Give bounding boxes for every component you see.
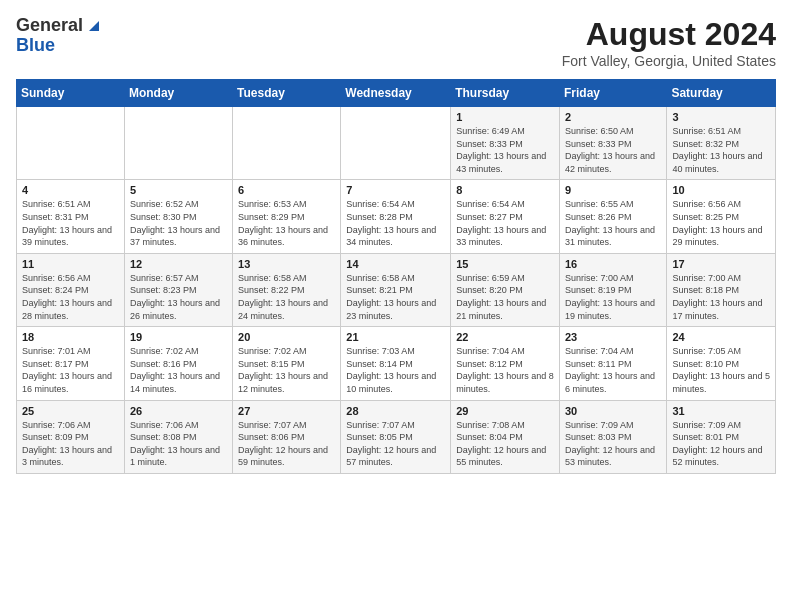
- header-monday: Monday: [124, 80, 232, 107]
- calendar-cell: 4 Sunrise: 6:51 AM Sunset: 8:31 PM Dayli…: [17, 180, 125, 253]
- day-sunset: Sunset: 8:10 PM: [672, 358, 770, 371]
- calendar-table: Sunday Monday Tuesday Wednesday Thursday…: [16, 79, 776, 474]
- day-sunset: Sunset: 8:21 PM: [346, 284, 445, 297]
- calendar-week-row: 11 Sunrise: 6:56 AM Sunset: 8:24 PM Dayl…: [17, 253, 776, 326]
- header-friday: Friday: [559, 80, 666, 107]
- calendar-cell: [124, 107, 232, 180]
- day-number: 26: [130, 405, 227, 417]
- day-sunset: Sunset: 8:14 PM: [346, 358, 445, 371]
- day-number: 28: [346, 405, 445, 417]
- day-number: 21: [346, 331, 445, 343]
- day-sunset: Sunset: 8:30 PM: [130, 211, 227, 224]
- calendar-cell: 18 Sunrise: 7:01 AM Sunset: 8:17 PM Dayl…: [17, 327, 125, 400]
- day-sunrise: Sunrise: 6:54 AM: [346, 198, 445, 211]
- calendar-cell: 1 Sunrise: 6:49 AM Sunset: 8:33 PM Dayli…: [451, 107, 560, 180]
- day-number: 24: [672, 331, 770, 343]
- day-sunset: Sunset: 8:15 PM: [238, 358, 335, 371]
- day-daylight: Daylight: 12 hours and 57 minutes.: [346, 444, 445, 469]
- calendar-week-row: 4 Sunrise: 6:51 AM Sunset: 8:31 PM Dayli…: [17, 180, 776, 253]
- calendar-cell: 21 Sunrise: 7:03 AM Sunset: 8:14 PM Dayl…: [341, 327, 451, 400]
- day-sunset: Sunset: 8:23 PM: [130, 284, 227, 297]
- day-number: 9: [565, 184, 661, 196]
- calendar-cell: 30 Sunrise: 7:09 AM Sunset: 8:03 PM Dayl…: [559, 400, 666, 473]
- calendar-cell: 10 Sunrise: 6:56 AM Sunset: 8:25 PM Dayl…: [667, 180, 776, 253]
- logo-blue-text: Blue: [16, 36, 55, 56]
- header-thursday: Thursday: [451, 80, 560, 107]
- day-daylight: Daylight: 13 hours and 37 minutes.: [130, 224, 227, 249]
- day-sunset: Sunset: 8:29 PM: [238, 211, 335, 224]
- day-daylight: Daylight: 13 hours and 39 minutes.: [22, 224, 119, 249]
- calendar-cell: 11 Sunrise: 6:56 AM Sunset: 8:24 PM Dayl…: [17, 253, 125, 326]
- day-sunrise: Sunrise: 6:58 AM: [238, 272, 335, 285]
- day-sunset: Sunset: 8:11 PM: [565, 358, 661, 371]
- day-sunrise: Sunrise: 7:00 AM: [565, 272, 661, 285]
- day-number: 3: [672, 111, 770, 123]
- day-daylight: Daylight: 13 hours and 29 minutes.: [672, 224, 770, 249]
- day-daylight: Daylight: 13 hours and 40 minutes.: [672, 150, 770, 175]
- day-daylight: Daylight: 13 hours and 19 minutes.: [565, 297, 661, 322]
- calendar-cell: 14 Sunrise: 6:58 AM Sunset: 8:21 PM Dayl…: [341, 253, 451, 326]
- day-number: 10: [672, 184, 770, 196]
- calendar-cell: 24 Sunrise: 7:05 AM Sunset: 8:10 PM Dayl…: [667, 327, 776, 400]
- day-number: 13: [238, 258, 335, 270]
- day-sunrise: Sunrise: 6:51 AM: [672, 125, 770, 138]
- day-sunrise: Sunrise: 6:57 AM: [130, 272, 227, 285]
- day-sunrise: Sunrise: 6:53 AM: [238, 198, 335, 211]
- day-daylight: Daylight: 13 hours and 23 minutes.: [346, 297, 445, 322]
- calendar-cell: [233, 107, 341, 180]
- day-sunrise: Sunrise: 7:03 AM: [346, 345, 445, 358]
- day-daylight: Daylight: 13 hours and 10 minutes.: [346, 370, 445, 395]
- day-number: 19: [130, 331, 227, 343]
- day-number: 2: [565, 111, 661, 123]
- day-daylight: Daylight: 13 hours and 43 minutes.: [456, 150, 554, 175]
- day-sunrise: Sunrise: 6:52 AM: [130, 198, 227, 211]
- calendar-cell: 26 Sunrise: 7:06 AM Sunset: 8:08 PM Dayl…: [124, 400, 232, 473]
- day-number: 5: [130, 184, 227, 196]
- day-daylight: Daylight: 13 hours and 3 minutes.: [22, 444, 119, 469]
- logo: General Blue: [16, 16, 103, 56]
- day-daylight: Daylight: 12 hours and 59 minutes.: [238, 444, 335, 469]
- calendar-cell: 7 Sunrise: 6:54 AM Sunset: 8:28 PM Dayli…: [341, 180, 451, 253]
- calendar-cell: 5 Sunrise: 6:52 AM Sunset: 8:30 PM Dayli…: [124, 180, 232, 253]
- day-sunrise: Sunrise: 7:07 AM: [346, 419, 445, 432]
- day-number: 23: [565, 331, 661, 343]
- day-daylight: Daylight: 13 hours and 14 minutes.: [130, 370, 227, 395]
- day-sunset: Sunset: 8:18 PM: [672, 284, 770, 297]
- day-daylight: Daylight: 13 hours and 12 minutes.: [238, 370, 335, 395]
- svg-marker-0: [89, 21, 99, 31]
- calendar-cell: 19 Sunrise: 7:02 AM Sunset: 8:16 PM Dayl…: [124, 327, 232, 400]
- day-sunrise: Sunrise: 7:08 AM: [456, 419, 554, 432]
- calendar-cell: 3 Sunrise: 6:51 AM Sunset: 8:32 PM Dayli…: [667, 107, 776, 180]
- day-sunrise: Sunrise: 7:01 AM: [22, 345, 119, 358]
- day-sunset: Sunset: 8:04 PM: [456, 431, 554, 444]
- day-sunset: Sunset: 8:06 PM: [238, 431, 335, 444]
- day-daylight: Daylight: 13 hours and 33 minutes.: [456, 224, 554, 249]
- day-sunrise: Sunrise: 7:06 AM: [130, 419, 227, 432]
- day-daylight: Daylight: 13 hours and 16 minutes.: [22, 370, 119, 395]
- day-sunset: Sunset: 8:25 PM: [672, 211, 770, 224]
- location-subtitle: Fort Valley, Georgia, United States: [562, 53, 776, 69]
- day-daylight: Daylight: 12 hours and 53 minutes.: [565, 444, 661, 469]
- day-daylight: Daylight: 13 hours and 17 minutes.: [672, 297, 770, 322]
- day-daylight: Daylight: 13 hours and 24 minutes.: [238, 297, 335, 322]
- day-daylight: Daylight: 12 hours and 52 minutes.: [672, 444, 770, 469]
- day-sunset: Sunset: 8:33 PM: [456, 138, 554, 151]
- calendar-cell: 31 Sunrise: 7:09 AM Sunset: 8:01 PM Dayl…: [667, 400, 776, 473]
- day-sunset: Sunset: 8:28 PM: [346, 211, 445, 224]
- calendar-week-row: 1 Sunrise: 6:49 AM Sunset: 8:33 PM Dayli…: [17, 107, 776, 180]
- day-sunset: Sunset: 8:27 PM: [456, 211, 554, 224]
- calendar-cell: 13 Sunrise: 6:58 AM Sunset: 8:22 PM Dayl…: [233, 253, 341, 326]
- day-daylight: Daylight: 13 hours and 1 minute.: [130, 444, 227, 469]
- day-number: 4: [22, 184, 119, 196]
- day-number: 8: [456, 184, 554, 196]
- day-sunrise: Sunrise: 6:58 AM: [346, 272, 445, 285]
- day-daylight: Daylight: 13 hours and 31 minutes.: [565, 224, 661, 249]
- calendar-cell: 12 Sunrise: 6:57 AM Sunset: 8:23 PM Dayl…: [124, 253, 232, 326]
- day-daylight: Daylight: 13 hours and 36 minutes.: [238, 224, 335, 249]
- day-sunset: Sunset: 8:09 PM: [22, 431, 119, 444]
- calendar-cell: [17, 107, 125, 180]
- day-daylight: Daylight: 13 hours and 28 minutes.: [22, 297, 119, 322]
- day-sunrise: Sunrise: 7:09 AM: [672, 419, 770, 432]
- calendar-cell: 16 Sunrise: 7:00 AM Sunset: 8:19 PM Dayl…: [559, 253, 666, 326]
- day-sunset: Sunset: 8:24 PM: [22, 284, 119, 297]
